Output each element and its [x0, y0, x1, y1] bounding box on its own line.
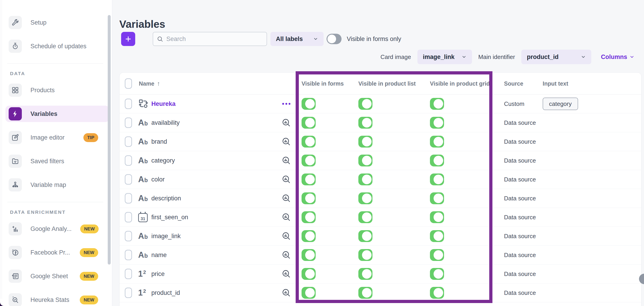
- visible-in-product-grid-toggle[interactable]: [430, 287, 444, 299]
- visible-in-product-grid-toggle[interactable]: [430, 268, 444, 280]
- visible-in-product-grid-toggle[interactable]: [430, 230, 444, 242]
- visible-in-product-list-toggle[interactable]: [358, 136, 372, 147]
- sidebar: Setup Schedule of updates DATA Products …: [2, 0, 112, 306]
- preview-values-button[interactable]: [281, 268, 292, 279]
- preview-values-button[interactable]: [281, 155, 292, 166]
- visible-in-product-list-toggle[interactable]: [358, 174, 372, 185]
- visible-in-product-list-toggle[interactable]: [358, 98, 372, 110]
- visible-in-forms-toggle[interactable]: [302, 230, 316, 242]
- row-checkbox[interactable]: [125, 212, 132, 222]
- new-badge: NEW: [80, 248, 98, 257]
- variable-name-link[interactable]: Heureka: [151, 100, 176, 107]
- add-variable-button[interactable]: +: [121, 32, 135, 46]
- sidebar-item-image-editor[interactable]: Image editor TIP: [9, 131, 106, 144]
- visible-in-product-list-toggle[interactable]: [358, 211, 372, 223]
- visible-in-product-list-toggle[interactable]: [358, 192, 372, 204]
- visible-in-forms-toggle[interactable]: [302, 117, 316, 129]
- sidebar-item-saved-filters[interactable]: Saved filters: [9, 155, 106, 168]
- visible-in-product-list-toggle[interactable]: [358, 155, 372, 167]
- row-checkbox[interactable]: [125, 269, 132, 279]
- sidebar-item-products[interactable]: Products: [9, 84, 106, 97]
- visible-in-forms-only-toggle[interactable]: [326, 34, 342, 44]
- card-image-label: Card image: [380, 54, 411, 61]
- sidebar-item-variable-map[interactable]: Variable map: [9, 178, 106, 192]
- visible-in-product-grid-toggle[interactable]: [430, 155, 444, 167]
- preview-values-button[interactable]: [281, 231, 292, 242]
- source-value: Data source: [504, 214, 536, 221]
- visible-in-forms-toggle[interactable]: [302, 98, 316, 110]
- preview-values-button[interactable]: [281, 193, 292, 204]
- select-all-checkbox[interactable]: [125, 78, 132, 89]
- input-text-tag[interactable]: category: [543, 98, 578, 110]
- grid-icon: [9, 84, 22, 97]
- visible-in-forms-toggle[interactable]: [302, 249, 316, 261]
- preview-values-button[interactable]: [281, 136, 292, 147]
- text-type-icon: Ab: [138, 156, 152, 165]
- main-identifier-dropdown[interactable]: product_id: [521, 50, 591, 64]
- visible-in-forms-toggle[interactable]: [302, 268, 316, 280]
- preview-values-button[interactable]: [281, 250, 292, 260]
- sidebar-scrollbar[interactable]: [108, 15, 111, 265]
- tip-badge: TIP: [84, 133, 98, 142]
- row-checkbox[interactable]: [125, 136, 132, 147]
- hierarchy-icon: [9, 178, 22, 192]
- sidebar-item-setup[interactable]: Setup: [9, 16, 106, 29]
- text-type-icon: Ab: [138, 194, 152, 203]
- visible-in-forms-toggle[interactable]: [302, 211, 316, 223]
- columns-dropdown[interactable]: Columns: [601, 54, 634, 61]
- preview-values-button[interactable]: [281, 174, 292, 185]
- variable-name: description: [151, 195, 181, 202]
- source-value: Data source: [504, 252, 536, 259]
- preview-values-button[interactable]: [281, 287, 292, 298]
- visible-in-product-list-toggle[interactable]: [358, 287, 372, 299]
- column-header-name[interactable]: Name ↑: [139, 80, 160, 87]
- sidebar-item-label: Variables: [30, 110, 58, 117]
- row-checkbox[interactable]: [125, 193, 132, 204]
- new-badge: NEW: [80, 295, 98, 304]
- row-checkbox[interactable]: [125, 287, 132, 298]
- row-menu-button[interactable]: [281, 98, 292, 109]
- visible-in-product-grid-toggle[interactable]: [430, 174, 444, 185]
- sidebar-item-label: Saved filters: [30, 158, 64, 165]
- visible-in-product-grid-toggle[interactable]: [430, 192, 444, 204]
- visible-in-product-list-toggle[interactable]: [358, 268, 372, 280]
- visible-in-forms-toggle[interactable]: [302, 287, 316, 299]
- column-header-input-text: Input text: [543, 80, 568, 87]
- visible-in-forms-toggle[interactable]: [302, 192, 316, 204]
- labels-filter-dropdown[interactable]: All labels: [270, 32, 324, 46]
- folder-icon: [9, 155, 22, 168]
- sidebar-item-facebook[interactable]: Facebook Pr... NEW: [9, 246, 106, 259]
- row-checkbox[interactable]: [125, 155, 132, 166]
- visible-in-product-grid-toggle[interactable]: [430, 117, 444, 129]
- visible-in-product-list-toggle[interactable]: [358, 249, 372, 261]
- row-checkbox[interactable]: [125, 250, 132, 260]
- plus-icon: +: [125, 34, 131, 44]
- visible-in-forms-toggle[interactable]: [302, 155, 316, 167]
- visible-in-product-list-toggle[interactable]: [358, 230, 372, 242]
- row-checkbox[interactable]: [125, 174, 132, 185]
- visible-in-product-grid-toggle[interactable]: [430, 211, 444, 223]
- visible-in-product-grid-toggle[interactable]: [430, 136, 444, 147]
- visible-in-product-grid-toggle[interactable]: [430, 249, 444, 261]
- visible-in-product-list-toggle[interactable]: [358, 117, 372, 129]
- sidebar-item-heureka-stats[interactable]: Heureka Stats NEW: [9, 293, 106, 306]
- source-value: Data source: [504, 138, 536, 145]
- visible-in-product-grid-toggle[interactable]: [430, 98, 444, 110]
- sidebar-item-variables[interactable]: Variables: [6, 106, 109, 122]
- sidebar-item-schedule-of-updates[interactable]: Schedule of updates: [9, 40, 106, 53]
- visible-in-forms-toggle[interactable]: [302, 136, 316, 147]
- row-checkbox[interactable]: [125, 231, 132, 241]
- preview-values-button[interactable]: [281, 212, 292, 223]
- row-checkbox[interactable]: [125, 99, 132, 109]
- variable-name: image_link: [151, 233, 181, 240]
- sidebar-item-google-sheet[interactable]: Google Sheet NEW: [9, 270, 106, 283]
- row-checkbox[interactable]: [125, 117, 132, 128]
- sidebar-item-google-analytics[interactable]: Google Analy... NEW: [9, 222, 106, 235]
- preview-values-button[interactable]: [281, 117, 292, 128]
- variable-name: category: [151, 157, 175, 164]
- visible-in-forms-toggle[interactable]: [302, 174, 316, 185]
- source-value: Data source: [504, 176, 536, 183]
- card-image-dropdown[interactable]: image_link: [418, 50, 472, 64]
- sidebar-item-label: Image editor: [30, 134, 64, 141]
- search-input[interactable]: [166, 32, 263, 46]
